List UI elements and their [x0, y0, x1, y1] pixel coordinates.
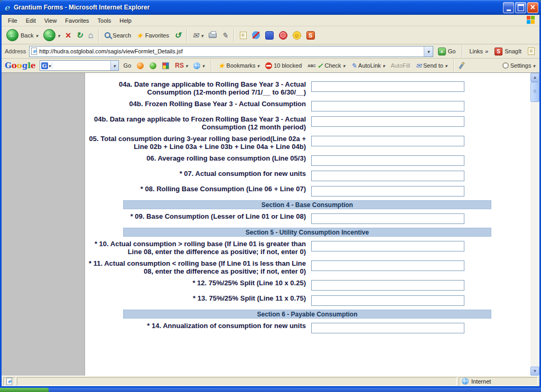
- field-input[interactable]: [311, 260, 464, 271]
- maximize-button[interactable]: [515, 2, 526, 13]
- highlighter-button[interactable]: [460, 61, 464, 70]
- google-logo: Google: [5, 61, 36, 70]
- address-combo: [29, 46, 433, 57]
- search-button[interactable]: Search: [103, 31, 133, 40]
- toolbar-separator: [186, 29, 188, 42]
- back-icon: [6, 29, 18, 41]
- popup-blocker-button[interactable]: 10 blocked: [264, 62, 303, 70]
- chevron-down-icon: [49, 62, 51, 69]
- history-icon: [174, 31, 181, 40]
- smiley-button[interactable]: ☺: [291, 30, 303, 41]
- field-input[interactable]: [311, 323, 464, 333]
- stop-button[interactable]: [64, 30, 73, 41]
- chevron-down-icon: [533, 62, 535, 69]
- options-chip-button[interactable]: [161, 62, 170, 70]
- window-title: Grantium Forms - Microsoft Internet Expl…: [14, 4, 500, 11]
- field-input[interactable]: [311, 116, 464, 127]
- icq-button[interactable]: ☹: [277, 30, 289, 41]
- sendto-button[interactable]: Send to: [415, 61, 448, 70]
- settings-button[interactable]: Settings: [501, 62, 536, 69]
- section-header: Section 4 - Base Consumption: [123, 200, 491, 209]
- scrollbar-track[interactable]: [530, 82, 539, 367]
- links-button[interactable]: Links: [468, 47, 490, 55]
- discuss-button[interactable]: [238, 31, 248, 40]
- stop-icon: [66, 31, 71, 40]
- bookmarks-button[interactable]: Bookmarks: [217, 61, 260, 70]
- google-toolbar: Google G Go RS Bookmarks: [2, 59, 539, 73]
- form-field-row: 04b. Data range applicable to Frozen Rol…: [88, 115, 530, 131]
- google-search-dropdown[interactable]: [110, 61, 118, 70]
- google-g-button[interactable]: G: [40, 62, 53, 69]
- page-left-panel: [2, 73, 85, 376]
- menu-file[interactable]: File: [4, 16, 22, 25]
- scroll-up-button[interactable]: ▲: [530, 73, 539, 82]
- spellcheck-button[interactable]: ABC Check: [306, 61, 346, 70]
- chevron-down-icon: [202, 62, 204, 69]
- home-button[interactable]: [87, 30, 95, 41]
- field-input[interactable]: [311, 81, 464, 92]
- chevron-down-icon: [113, 62, 116, 69]
- edit-button[interactable]: [220, 30, 230, 41]
- sitesearch-icon: [150, 62, 156, 69]
- back-dropdown-icon[interactable]: [35, 32, 38, 39]
- rs-button[interactable]: RS: [174, 61, 189, 70]
- vertical-scrollbar[interactable]: ▲ ▼: [530, 73, 539, 376]
- mail-dropdown-icon[interactable]: [201, 32, 203, 39]
- refresh-button[interactable]: [74, 30, 85, 41]
- minimize-button[interactable]: [503, 2, 514, 13]
- document-icon: [6, 378, 12, 385]
- close-button[interactable]: [527, 2, 538, 13]
- google-go-button[interactable]: Go: [123, 62, 133, 69]
- scrollbar-thumb[interactable]: [530, 82, 539, 102]
- print-button[interactable]: [207, 32, 218, 39]
- menu-favorites[interactable]: Favorites: [61, 16, 93, 25]
- google-search-input[interactable]: [52, 61, 110, 70]
- smiley-icon: ☺: [293, 31, 301, 40]
- go-button[interactable]: Go: [436, 46, 458, 57]
- forward-dropdown-icon[interactable]: [58, 32, 60, 39]
- snagit-capture-button[interactable]: [526, 46, 536, 56]
- menu-tools[interactable]: Tools: [94, 16, 116, 25]
- messenger-block-button[interactable]: [250, 30, 262, 40]
- start-button[interactable]: [0, 388, 49, 392]
- history-button[interactable]: [173, 30, 183, 41]
- form-field-row: 05. Total consumption during 3-year roll…: [88, 135, 530, 151]
- internet-zone-icon: [462, 378, 469, 385]
- messenger-button[interactable]: [264, 30, 275, 41]
- field-input[interactable]: [311, 101, 464, 111]
- search-icon: [105, 32, 110, 38]
- address-dropdown-button[interactable]: [424, 46, 433, 57]
- menu-edit[interactable]: Edit: [22, 16, 40, 25]
- menu-help[interactable]: Help: [115, 16, 136, 25]
- field-input[interactable]: [311, 155, 464, 166]
- field-input[interactable]: [311, 295, 464, 306]
- pagerank-button[interactable]: [136, 62, 145, 70]
- menu-view[interactable]: View: [40, 16, 61, 25]
- google-logo-letter: g: [22, 61, 28, 70]
- bookmark-star-icon: [218, 61, 225, 70]
- snagit-button[interactable]: SnagIt: [493, 46, 523, 57]
- field-input[interactable]: [311, 171, 464, 181]
- mail-button[interactable]: [191, 30, 205, 41]
- field-input[interactable]: [311, 241, 464, 251]
- browser-window: e Grantium Forms - Microsoft Internet Ex…: [0, 0, 541, 392]
- field-input[interactable]: [311, 280, 464, 291]
- form-rows: 04a. Date range applicable to Rolling Ba…: [85, 80, 530, 333]
- forward-button[interactable]: [42, 28, 62, 42]
- field-input[interactable]: [311, 136, 464, 146]
- chevron-down-icon: [257, 62, 260, 69]
- autolink-button[interactable]: AutoLink: [350, 61, 386, 70]
- sitesearch-button[interactable]: [148, 62, 157, 70]
- field-input[interactable]: [311, 213, 464, 224]
- field-label: 06. Average rolling base consumption (Li…: [88, 154, 306, 162]
- back-button[interactable]: Back: [5, 28, 40, 42]
- scroll-down-button[interactable]: ▼: [530, 367, 539, 376]
- web-button[interactable]: [192, 62, 206, 70]
- form-field-row: * 08. Rolling Base Consumption (Line 06 …: [88, 185, 530, 197]
- address-input[interactable]: [39, 47, 421, 56]
- field-input[interactable]: [311, 186, 464, 197]
- favorites-button[interactable]: Favorites: [135, 30, 171, 41]
- blocked-count-label: 10 blocked: [274, 62, 302, 69]
- autofill-button[interactable]: AutoFill: [389, 62, 411, 69]
- snagit-toolbar-button[interactable]: S: [305, 30, 316, 41]
